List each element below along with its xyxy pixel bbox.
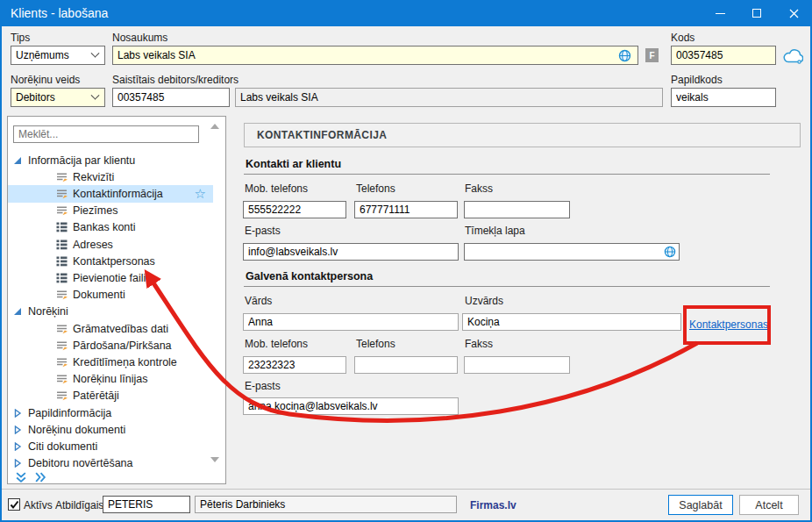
minimize-icon bbox=[716, 13, 725, 14]
active-checkbox[interactable] bbox=[8, 498, 20, 511]
client-contacts-section-title: Kontakti ar klientu bbox=[246, 158, 341, 170]
responsible-label: Atbildīgais bbox=[55, 499, 103, 511]
expand-panel-icon[interactable] bbox=[34, 471, 46, 486]
client-website-input[interactable] bbox=[464, 243, 680, 261]
form-icon bbox=[55, 188, 68, 200]
maximize-button[interactable] bbox=[738, 0, 775, 26]
responsible-name-field: Pēteris Darbinieks bbox=[195, 496, 457, 513]
table-icon bbox=[55, 255, 68, 268]
favorite-star-icon[interactable]: ☆ bbox=[195, 185, 206, 202]
tree-expanded-icon bbox=[13, 156, 22, 165]
cancel-button[interactable]: Atcelt bbox=[739, 495, 799, 515]
close-button[interactable] bbox=[775, 0, 812, 26]
norekinu-veids-select[interactable]: Debitors bbox=[11, 88, 105, 107]
sidebar-item-piezimes[interactable]: Piezīmes bbox=[8, 203, 213, 219]
window-title: Klients - labošana bbox=[0, 6, 702, 20]
contact-fax-input[interactable] bbox=[464, 356, 570, 374]
client-email-input[interactable] bbox=[243, 243, 459, 261]
kods-input[interactable] bbox=[671, 46, 776, 65]
panel-title: KONTAKTINFORMĀCIJA bbox=[245, 129, 387, 141]
tree-item-label: Pievienotie faili bbox=[73, 272, 146, 284]
brand-logo: Firmas.lv bbox=[470, 499, 516, 511]
sidebar-item-pateretaji[interactable]: Patērētāji bbox=[8, 388, 213, 404]
sidebar-item-kreditlimena-kontrole[interactable]: Kredītlīmeņa kontrole bbox=[8, 354, 213, 370]
tree-item-label: Dokumenti bbox=[73, 289, 125, 301]
sidebar-item-norekinu-linijas[interactable]: Norēķinu līnijas bbox=[8, 371, 213, 388]
nosaukums-label: Nosaukums bbox=[112, 32, 167, 44]
close-icon bbox=[789, 9, 799, 18]
form-icon bbox=[55, 373, 68, 385]
tree-item-label: Adreses bbox=[73, 239, 113, 251]
globe-icon[interactable] bbox=[618, 49, 631, 65]
scroll-up-icon[interactable] bbox=[210, 124, 219, 129]
first-name-input[interactable] bbox=[243, 313, 459, 331]
tips-label: Tips bbox=[11, 32, 30, 44]
client-website-label: Tīmekļa lapa bbox=[465, 225, 525, 237]
sidebar-item-adreses[interactable]: Adreses bbox=[8, 236, 213, 253]
tree-item-label: Kontaktinformācija bbox=[73, 188, 163, 200]
tree-collapsed-icon bbox=[13, 442, 22, 451]
client-fax-input[interactable] bbox=[464, 201, 570, 218]
contact-fax-label: Fakss bbox=[465, 338, 493, 350]
sidebar-item-norekini[interactable]: Norēķini bbox=[8, 304, 213, 320]
sidebar-item-citi-dokumenti[interactable]: Citi dokumenti bbox=[8, 438, 213, 454]
contact-phone-label: Telefons bbox=[356, 338, 395, 350]
sidebar-item-dokumenti[interactable]: Dokumenti bbox=[8, 287, 213, 304]
contact-mobile-label: Mob. telefons bbox=[245, 338, 308, 350]
tree-item-label: Kredītlīmeņa kontrole bbox=[73, 356, 177, 368]
tree-collapsed-icon bbox=[13, 459, 22, 468]
main-contact-section-title: Galvenā kontaktpersona bbox=[246, 270, 373, 282]
sidebar-item-pievienotie-faili[interactable]: Pievienotie faili bbox=[8, 269, 213, 286]
last-name-label: Uzvārds bbox=[465, 295, 503, 307]
contact-email-input[interactable] bbox=[243, 397, 459, 415]
globe-icon[interactable] bbox=[664, 246, 676, 261]
section-rule bbox=[244, 286, 770, 287]
search-input[interactable] bbox=[13, 125, 199, 143]
sidebar-item-kontaktpersonas[interactable]: Kontaktpersonas bbox=[8, 253, 213, 269]
saistitais-name-field: Labs veikals SIA bbox=[235, 88, 663, 107]
tree-item-label: Papildinformācija bbox=[28, 407, 111, 419]
tree-item-label: Debitoru novērtēšana bbox=[28, 457, 133, 469]
collapse-all-icon[interactable] bbox=[15, 471, 27, 486]
responsible-code-input[interactable] bbox=[103, 496, 190, 513]
tree-item-label: Rekvizīti bbox=[73, 171, 114, 183]
sidebar-item-gramatvedibas-dati[interactable]: Grāmatvedības dati bbox=[8, 320, 213, 337]
saistitais-label: Saistītais debitors/kreditors bbox=[112, 74, 239, 86]
sidebar-item-debitoru-novertesana[interactable]: Debitoru novērtēšana bbox=[8, 455, 213, 472]
norekinu-veids-selected-value: Debitors bbox=[16, 91, 92, 104]
navigation-tree: Informācija par klientuRekvizītiKontakti… bbox=[8, 152, 213, 469]
form-icon bbox=[55, 390, 68, 402]
form-icon bbox=[55, 289, 68, 301]
contact-phone-input[interactable] bbox=[354, 356, 458, 374]
chevron-down-icon bbox=[91, 48, 100, 57]
kods-label: Kods bbox=[671, 32, 694, 44]
client-phone-input[interactable] bbox=[354, 201, 458, 218]
sidebar-item-norekinu-dokumenti[interactable]: Norēķinu dokumenti bbox=[8, 421, 213, 438]
client-mobile-input[interactable] bbox=[243, 201, 346, 218]
cloud-lookup-icon[interactable] bbox=[782, 48, 803, 67]
tips-select[interactable]: Uzņēmums bbox=[11, 46, 105, 65]
sidebar-item-papildinformacija[interactable]: Papildinformācija bbox=[8, 404, 213, 421]
minimize-button[interactable] bbox=[702, 0, 738, 26]
contact-mobile-input[interactable] bbox=[243, 356, 346, 374]
sidebar-item-pardosana-pirksana[interactable]: Pārdošana/Pirkšana bbox=[8, 337, 213, 354]
sidebar-item-bankas-konti[interactable]: Bankas konti bbox=[8, 219, 213, 236]
client-fax-label: Fakss bbox=[465, 182, 493, 195]
sidebar-item-rekviziti[interactable]: Rekvizīti bbox=[8, 168, 213, 185]
save-button[interactable]: Saglabāt bbox=[668, 495, 733, 515]
sidebar-item-informacija-par-klientu[interactable]: Informācija par klientu bbox=[8, 152, 213, 168]
nosaukums-input[interactable] bbox=[112, 46, 638, 65]
form-icon bbox=[55, 340, 68, 352]
f-button[interactable]: F bbox=[645, 48, 659, 62]
sidebar-item-kontaktinformacija[interactable]: Kontaktinformācija☆ bbox=[8, 185, 213, 202]
tree-expanded-icon bbox=[13, 307, 22, 316]
kontaktpersonas-link[interactable]: Kontaktpersonas bbox=[689, 318, 768, 331]
tree-footer bbox=[15, 471, 46, 486]
form-icon bbox=[55, 356, 68, 368]
tree-item-label: Patērētāji bbox=[73, 390, 119, 402]
last-name-input[interactable] bbox=[462, 313, 681, 331]
saistitais-code-input[interactable] bbox=[112, 88, 230, 107]
active-label: Aktīvs bbox=[24, 499, 53, 511]
papildkods-input[interactable] bbox=[671, 88, 776, 107]
maximize-icon bbox=[752, 9, 761, 18]
